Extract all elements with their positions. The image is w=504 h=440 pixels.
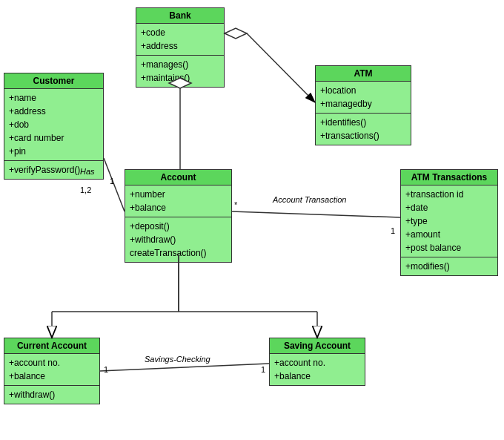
bank-class: Bank +code +address +manages() +maintain…	[136, 7, 225, 88]
customer-attributes: +name +address +dob +card number +pin	[4, 89, 103, 161]
saving-account-attributes: +account no. +balance	[270, 354, 365, 385]
one3-label: 1	[391, 226, 395, 235]
atm-transactions-class-name: ATM Transactions	[401, 170, 497, 185]
atm-class: ATM +location +managedby +identifies() +…	[315, 65, 411, 145]
account-class: Account +number +balance +deposit() +wit…	[125, 169, 232, 263]
has-label: Has	[80, 167, 95, 176]
svg-line-7	[232, 211, 400, 217]
svg-line-14	[100, 364, 269, 371]
atm-transactions-class: ATM Transactions +transaction id +date +…	[400, 169, 498, 276]
savings-checking-label: Savings-Checking	[145, 355, 210, 364]
account-methods: +deposit() +withdraw() createTransaction…	[125, 217, 231, 262]
atm-attributes: +location +managedby	[316, 82, 411, 114]
saving-account-class-name: Saving Account	[270, 338, 365, 354]
saving-account-class: Saving Account +account no. +balance	[269, 338, 365, 386]
atm-transactions-attributes: +transaction id +date +type +amount +pos…	[401, 185, 497, 257]
atm-class-name: ATM	[316, 66, 411, 82]
has-mult-2: 1,2	[80, 185, 91, 194]
customer-class-name: Customer	[4, 73, 103, 89]
account-transaction-label: Account Transaction	[273, 195, 346, 204]
uml-diagram: Bank +code +address +manages() +maintain…	[0, 0, 504, 440]
star-label: *	[234, 200, 237, 209]
current-account-class: Current Account +account no. +balance +w…	[4, 338, 100, 404]
bank-methods: +manages() +maintains()	[136, 56, 224, 87]
atm-methods: +identifies() +transactions()	[316, 114, 411, 145]
one5-label: 1	[261, 365, 265, 374]
has-mult-1: 1	[110, 177, 114, 185]
account-class-name: Account	[125, 170, 231, 185]
current-account-methods: +withdraw()	[4, 386, 99, 404]
svg-line-3	[247, 33, 315, 102]
customer-class: Customer +name +address +dob +card numbe…	[4, 73, 104, 180]
account-attributes: +number +balance	[125, 185, 231, 217]
current-account-class-name: Current Account	[4, 338, 99, 354]
one4-label: 1	[104, 365, 108, 374]
bank-class-name: Bank	[136, 8, 224, 24]
svg-marker-2	[225, 28, 247, 39]
bank-attributes: +code +address	[136, 24, 224, 56]
current-account-attributes: +account no. +balance	[4, 354, 99, 386]
atm-transactions-methods: +modifies()	[401, 257, 497, 275]
